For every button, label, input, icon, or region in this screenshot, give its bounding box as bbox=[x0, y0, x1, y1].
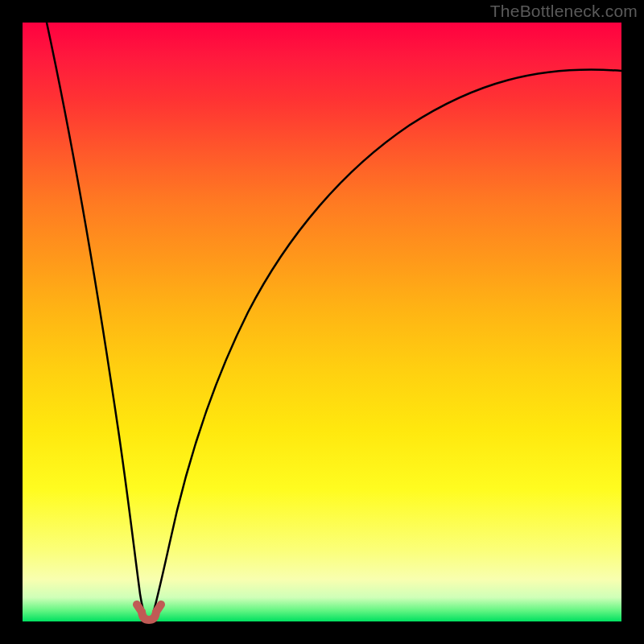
plot-area bbox=[23, 23, 621, 621]
watermark-text: TheBottleneck.com bbox=[490, 2, 638, 21]
curve-layer bbox=[23, 23, 621, 621]
bottleneck-curve-right bbox=[153, 69, 621, 614]
bottleneck-curve-left bbox=[47, 23, 144, 614]
chart-frame: TheBottleneck.com bbox=[0, 0, 644, 644]
optimal-marker bbox=[137, 605, 161, 620]
